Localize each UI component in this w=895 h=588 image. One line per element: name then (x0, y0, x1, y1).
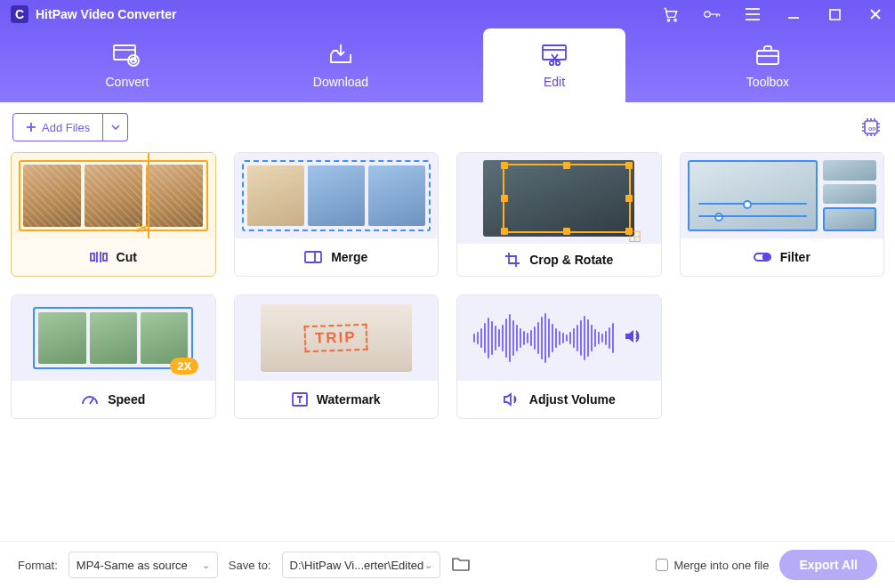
edit-tools-grid: ✂ Cut Merge (0, 152, 895, 542)
sub-toolbar: Add Files on (0, 102, 895, 152)
card-cut[interactable]: ✂ Cut (11, 152, 216, 277)
card-label: Cut (117, 250, 137, 264)
saveto-label: Save to: (229, 559, 271, 572)
cut-icon (90, 250, 108, 264)
toolbox-icon (754, 43, 781, 68)
svg-rect-29 (305, 252, 321, 262)
waveform-icon (473, 311, 614, 365)
card-merge[interactable]: Merge (234, 152, 439, 277)
close-icon[interactable] (867, 5, 884, 23)
hardware-accel-icon[interactable]: on (859, 116, 883, 139)
card-label: Crop & Rotate (529, 253, 613, 267)
svg-rect-25 (91, 254, 94, 261)
svg-rect-26 (103, 254, 107, 261)
merge-one-label: Merge into one file (673, 559, 769, 572)
chevron-down-icon: ⌄ (424, 560, 432, 571)
card-filter[interactable]: Filter (680, 152, 885, 277)
app-title: HitPaw Video Converter (36, 7, 662, 21)
merge-icon (304, 251, 322, 263)
svg-point-15 (550, 60, 553, 64)
tab-label: Toolbox (746, 75, 789, 89)
cart-icon[interactable] (662, 5, 680, 23)
crop-icon (504, 252, 520, 268)
titlebar: C HitPaw Video Converter (0, 0, 895, 28)
card-crop[interactable]: ◲ Crop & Rotate (456, 152, 662, 277)
open-folder-icon[interactable] (451, 556, 471, 575)
filter-icon (754, 251, 771, 263)
add-files-button[interactable]: Add Files (12, 113, 103, 141)
tab-label: Download (313, 75, 368, 89)
add-files-group: Add Files (12, 113, 128, 141)
bottom-bar: Format: MP4-Same as source ⌄ Save to: D:… (0, 542, 895, 588)
svg-point-0 (667, 20, 669, 21)
svg-point-32 (762, 254, 768, 260)
svg-point-16 (556, 60, 560, 64)
minimize-icon[interactable] (785, 5, 802, 23)
card-label: Filter (780, 250, 810, 264)
format-label: Format: (18, 559, 58, 572)
key-icon[interactable] (703, 5, 721, 23)
tab-edit[interactable]: Edit (483, 28, 625, 102)
tab-convert[interactable]: Convert (56, 28, 198, 102)
card-watermark[interactable]: TRIP Watermark (234, 294, 439, 419)
tab-label: Edit (544, 75, 565, 89)
card-label: Merge (331, 250, 367, 264)
header: C HitPaw Video Converter (0, 0, 895, 102)
svg-line-33 (90, 399, 93, 404)
format-select[interactable]: MP4-Same as source ⌄ (69, 552, 218, 578)
watermark-icon (292, 392, 308, 407)
card-label: Speed (108, 392, 145, 407)
volume-icon (503, 392, 520, 407)
maximize-icon[interactable] (826, 5, 843, 23)
saveto-select[interactable]: D:\HitPaw Vi...erter\Edited ⌄ (282, 552, 440, 578)
download-icon (327, 43, 354, 68)
speed-badge: 2X (170, 358, 198, 375)
card-label: Adjust Volume (529, 392, 616, 407)
tab-download[interactable]: Download (270, 28, 412, 102)
card-label: Watermark (317, 392, 381, 407)
volume-up-icon (623, 326, 644, 350)
watermark-sample: TRIP (304, 324, 368, 352)
crop-corner-icon: ◲ (628, 227, 641, 244)
add-files-label: Add Files (42, 121, 90, 134)
svg-rect-7 (830, 10, 840, 20)
format-value: MP4-Same as source (77, 559, 188, 572)
app-logo-icon: C (11, 5, 28, 23)
card-speed[interactable]: 2X Speed (11, 294, 216, 419)
svg-text:on: on (868, 125, 876, 132)
tab-label: Convert (105, 75, 149, 89)
main-tabs: Convert Download Edit Toolbox (0, 28, 895, 102)
add-files-caret[interactable] (103, 113, 128, 141)
card-adjust-volume[interactable]: Adjust Volume (456, 294, 662, 419)
edit-icon (539, 43, 569, 68)
svg-rect-19 (757, 51, 778, 64)
merge-one-checkbox[interactable]: Merge into one file (656, 559, 769, 572)
svg-point-2 (705, 12, 710, 17)
menu-icon[interactable] (744, 5, 762, 23)
saveto-value: D:\HitPaw Vi...erter\Edited (290, 559, 424, 572)
export-all-button[interactable]: Export All (779, 550, 877, 580)
checkbox-icon (656, 559, 668, 571)
chevron-down-icon: ⌄ (202, 560, 210, 571)
svg-point-12 (128, 55, 139, 66)
speed-icon (81, 393, 99, 406)
tab-toolbox[interactable]: Toolbox (697, 28, 839, 102)
convert-icon (112, 43, 142, 68)
svg-point-1 (674, 20, 676, 21)
